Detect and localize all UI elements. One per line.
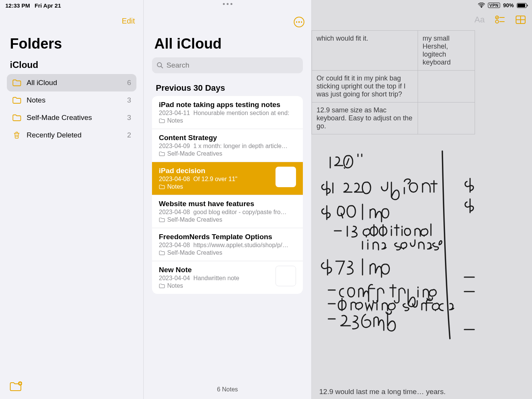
folder-count: 3 <box>127 114 131 122</box>
table-cell[interactable] <box>418 71 475 103</box>
folders-panel: Edit Folders iCloud All iCloud6Notes3Sel… <box>0 0 144 399</box>
status-right: VPN 90% <box>478 2 527 8</box>
search-input[interactable] <box>166 61 298 69</box>
note-item[interactable]: Content Strategy2023-04-09 1 x month: lo… <box>152 129 303 162</box>
note-thumbnail <box>276 266 296 286</box>
account-label: iCloud <box>0 58 143 74</box>
note-item[interactable]: iPad decision2023-04-08 Of 12.9 over 11"… <box>152 162 303 195</box>
notes-list: iPad note taking apps testing notes2023-… <box>152 96 303 294</box>
folder-count: 2 <box>127 131 131 139</box>
note-title: New Note <box>159 266 272 274</box>
checklist-button[interactable] <box>495 15 505 24</box>
folder-icon <box>12 114 21 121</box>
note-title: FreedomNerds Template Options <box>159 233 296 241</box>
vpn-badge: VPN <box>488 3 500 8</box>
folder-count: 3 <box>127 96 131 104</box>
edit-button[interactable]: Edit <box>122 17 135 25</box>
notes-panel: All iCloud Previous 30 Days iPad note ta… <box>144 0 312 399</box>
note-title: iPad decision <box>159 167 272 175</box>
notes-toolbar <box>294 15 304 29</box>
trash-icon <box>12 131 21 139</box>
note-meta: 2023-04-04 Handwritten note <box>159 275 272 282</box>
folder-label: All iCloud <box>27 79 57 87</box>
note-item[interactable]: Website must have features2023-04-08 goo… <box>152 195 303 228</box>
note-folder: Self-Made Creatives <box>159 249 296 256</box>
table-row[interactable]: 12.9 same size as Mac keyboard. Easy to … <box>312 103 475 134</box>
folder-label: Recently Deleted <box>27 131 82 139</box>
svg-point-3 <box>496 20 499 23</box>
folder-icon <box>12 79 21 87</box>
note-folder: Notes <box>159 117 296 124</box>
battery-icon <box>517 3 527 8</box>
note-item[interactable]: New Note2023-04-04 Handwritten noteNotes <box>152 261 303 294</box>
more-options-button[interactable] <box>294 17 304 27</box>
battery-percent: 90% <box>503 2 514 8</box>
note-meta: 2023-04-09 1 x month: longer in depth ar… <box>159 143 296 150</box>
notes-section-header: Previous 30 Days <box>144 79 311 96</box>
table-row[interactable]: which would fit it.my small Hershel, log… <box>312 31 475 71</box>
status-time: 12:33 PM <box>5 2 30 9</box>
note-folder: Self-Made Creatives <box>159 216 296 223</box>
folder-row-all-icloud[interactable]: All iCloud6 <box>7 74 136 91</box>
table-row[interactable]: Or could fit it in my pink bag sticking … <box>312 71 475 103</box>
table-cell[interactable]: which would fit it. <box>312 31 418 71</box>
folder-row-self-made-creatives[interactable]: Self-Made Creatives3 <box>7 109 136 126</box>
search-icon <box>157 62 163 69</box>
handwriting-area[interactable] <box>317 149 532 354</box>
folder-count: 6 <box>127 79 131 87</box>
note-title: Content Strategy <box>159 134 296 142</box>
note-title: iPad note taking apps testing notes <box>159 101 296 109</box>
folder-icon <box>12 96 21 104</box>
folder-list: All iCloud6Notes3Self-Made Creatives3Rec… <box>0 74 143 144</box>
note-folder: Notes <box>159 282 272 289</box>
note-meta: 2023-04-08 good blog editor - copy/paste… <box>159 209 296 216</box>
wifi-icon <box>478 3 485 8</box>
note-footer-text: 12.9 would last me a long time… years. <box>319 388 446 396</box>
folder-label: Notes <box>27 96 46 104</box>
note-meta: 2023-04-08 https://www.applet.studio/sho… <box>159 242 296 249</box>
note-item[interactable]: iPad note taking apps testing notes2023-… <box>152 96 303 129</box>
note-folder: Notes <box>159 183 272 190</box>
search-field[interactable] <box>152 57 303 73</box>
note-detail-panel: Aa which would fit it.my small Hershel, … <box>312 0 532 399</box>
note-title: Website must have features <box>159 200 296 208</box>
status-left: 12:33 PM Fri Apr 21 <box>5 2 61 9</box>
notes-title: All iCloud <box>144 15 311 57</box>
folder-row-recently-deleted[interactable]: Recently Deleted2 <box>7 126 136 144</box>
detail-toolbar: Aa <box>474 15 526 24</box>
table-cell[interactable]: Or could fit it in my pink bag sticking … <box>312 71 418 103</box>
table-cell[interactable] <box>418 103 475 134</box>
new-folder-button[interactable] <box>9 381 22 392</box>
table-button[interactable] <box>515 15 526 24</box>
folder-label: Self-Made Creatives <box>27 114 92 122</box>
note-folder: Self-Made Creatives <box>159 150 296 157</box>
table-cell[interactable]: 12.9 same size as Mac keyboard. Easy to … <box>312 103 418 134</box>
notes-count: 6 Notes <box>144 329 311 399</box>
text-format-button[interactable]: Aa <box>474 15 485 24</box>
table-cell[interactable]: my small Hershel, logitech keyboard <box>418 31 475 71</box>
folder-row-notes[interactable]: Notes3 <box>7 91 136 109</box>
status-bar: 12:33 PM Fri Apr 21 VPN 90% <box>0 0 532 11</box>
status-date: Fri Apr 21 <box>35 2 61 9</box>
note-table[interactable]: which would fit it.my small Hershel, log… <box>312 30 475 134</box>
note-thumbnail <box>276 167 296 187</box>
note-meta: 2023-04-11 Honourable mention section at… <box>159 110 296 117</box>
note-item[interactable]: FreedomNerds Template Options2023-04-08 … <box>152 228 303 261</box>
note-meta: 2023-04-08 Of 12.9 over 11" <box>159 176 272 183</box>
